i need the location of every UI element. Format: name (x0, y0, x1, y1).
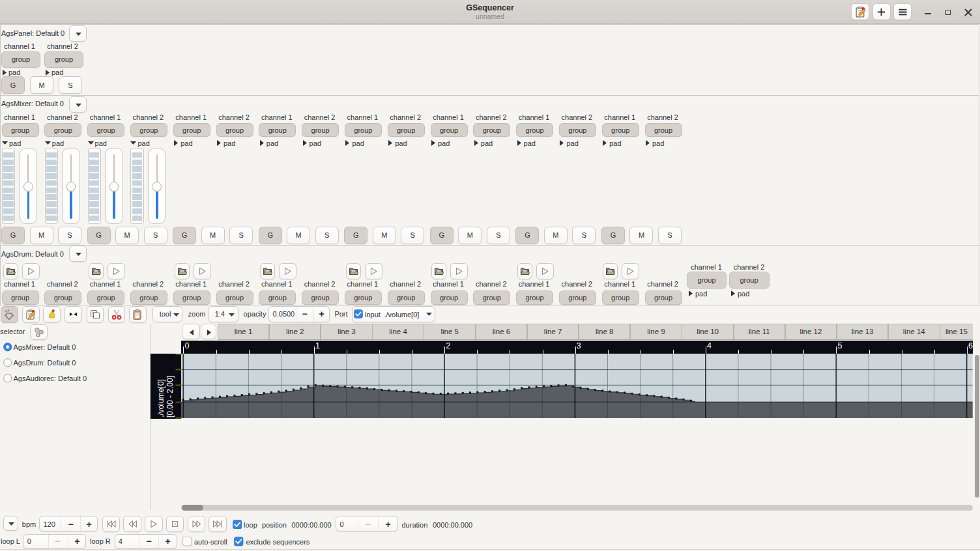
svg-text:./volume[0]: ./volume[0] (156, 379, 166, 417)
svg-text:[0.00 - 2.00]: [0.00 - 2.00] (166, 375, 175, 417)
